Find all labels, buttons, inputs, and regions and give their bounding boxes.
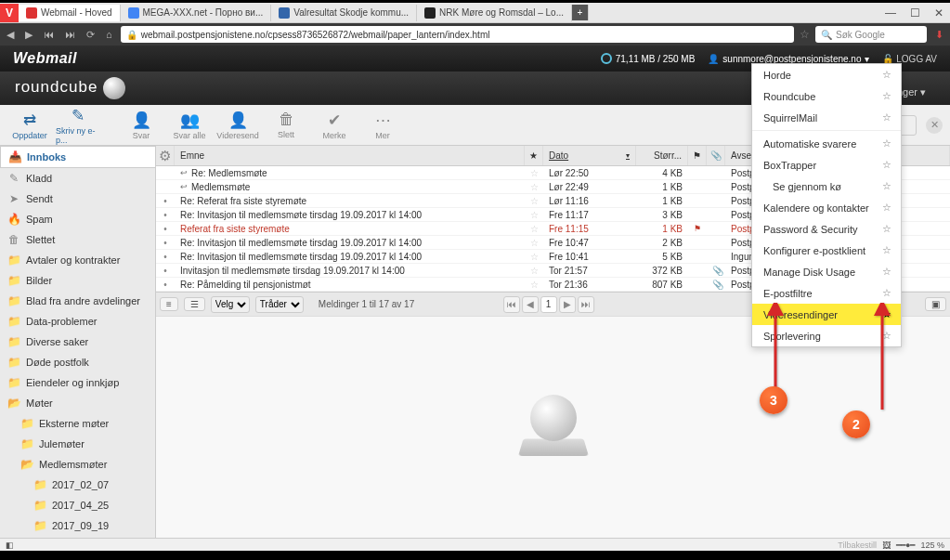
- logout-button[interactable]: 🔓 LOGG AV: [882, 54, 937, 64]
- expand-preview-button[interactable]: ▣: [925, 297, 946, 311]
- dropdown-item[interactable]: Password & Security☆: [752, 218, 901, 240]
- download-icon[interactable]: ⬇: [932, 29, 946, 41]
- forward-button[interactable]: ▶: [22, 29, 35, 41]
- reset-link[interactable]: Tilbakestill: [838, 540, 877, 550]
- column-settings-icon[interactable]: ⚙: [156, 146, 175, 165]
- column-size[interactable]: Størr...: [636, 146, 688, 165]
- column-attachment[interactable]: 📎: [707, 146, 725, 165]
- next-page-button[interactable]: ▶: [559, 296, 576, 313]
- dropdown-item[interactable]: SquirrelMail☆: [752, 107, 901, 128]
- dropdown-item[interactable]: Roundcube☆: [752, 85, 901, 107]
- dropdown-item[interactable]: Konfigurer e-postklient☆: [752, 240, 901, 261]
- star-icon[interactable]: ☆: [525, 280, 543, 290]
- threads-menu[interactable]: Tråder: [255, 296, 304, 313]
- reload-button[interactable]: ⟳: [84, 29, 98, 41]
- search-input[interactable]: 🔍Søk Google: [815, 26, 927, 43]
- thread-mode-icon[interactable]: ☰: [184, 297, 205, 311]
- maximize-button[interactable]: ☐: [904, 7, 926, 20]
- replyall-button[interactable]: 👥Svar alle: [167, 111, 212, 140]
- url-input[interactable]: 🔒webmail.postpensjonistene.no/cpsess8736…: [121, 26, 794, 43]
- minimize-button[interactable]: —: [879, 7, 902, 20]
- first-page-button[interactable]: ⏮: [503, 296, 520, 313]
- folder-item[interactable]: ➤Sendt: [0, 189, 155, 209]
- clear-search-button[interactable]: ✕: [926, 117, 943, 134]
- last-page-button[interactable]: ⏭: [578, 296, 594, 313]
- favorite-star-icon[interactable]: ☆: [882, 287, 891, 299]
- images-toggle-icon[interactable]: 🖼: [882, 540, 891, 550]
- folder-item[interactable]: 📁Blad fra andre avdelinger: [0, 291, 155, 311]
- dropdown-item[interactable]: BoxTrapper☆: [752, 154, 901, 176]
- star-icon[interactable]: ☆: [525, 252, 543, 262]
- folder-item[interactable]: ✎Kladd: [0, 168, 155, 189]
- forward-button[interactable]: 👤Videresend: [215, 111, 260, 140]
- favorite-star-icon[interactable]: ☆: [882, 266, 891, 278]
- column-subject[interactable]: Emne: [175, 146, 525, 165]
- star-icon[interactable]: ☆: [525, 266, 543, 276]
- favorite-star-icon[interactable]: ☆: [882, 111, 891, 124]
- folder-item[interactable]: 📁Diverse saker: [0, 332, 155, 352]
- star-icon[interactable]: ☆: [525, 224, 543, 234]
- folder-item[interactable]: 📁Julemøter: [0, 434, 155, 454]
- star-icon[interactable]: ☆: [525, 182, 543, 192]
- favorite-star-icon[interactable]: ☆: [882, 202, 891, 214]
- favorite-star-icon[interactable]: ☆: [882, 244, 891, 256]
- favorite-star-icon[interactable]: ☆: [882, 90, 891, 102]
- folder-item[interactable]: 🗑Slettet: [0, 229, 155, 250]
- folder-item[interactable]: 📁Eksterne møter: [0, 413, 155, 434]
- star-icon[interactable]: ☆: [525, 196, 543, 206]
- favorite-star-icon[interactable]: ☆: [882, 180, 891, 192]
- dropdown-item[interactable]: Kalendere og kontakter☆: [752, 197, 901, 218]
- star-icon[interactable]: ☆: [525, 238, 543, 248]
- folder-item[interactable]: 📂Møter: [0, 393, 155, 413]
- panel-toggle-icon[interactable]: ◧: [6, 540, 14, 550]
- dropdown-item[interactable]: Horde☆: [752, 64, 901, 85]
- bookmark-icon[interactable]: ☆: [800, 28, 810, 41]
- delete-button[interactable]: 🗑Slett: [264, 111, 308, 139]
- select-menu[interactable]: Velg: [211, 296, 250, 313]
- fastfwd-button[interactable]: ⏭: [62, 29, 78, 40]
- compose-button[interactable]: ✎Skriv ny e-p...: [56, 106, 100, 145]
- prev-page-button[interactable]: ◀: [522, 296, 539, 313]
- favorite-star-icon[interactable]: ☆: [882, 223, 891, 235]
- dropdown-item[interactable]: E-postfiltre☆: [752, 282, 901, 304]
- folder-item[interactable]: 📁2017_04_25: [0, 495, 155, 515]
- tab-mega[interactable]: MEGA-XXX.net - Порно ви...: [121, 5, 272, 21]
- mark-button[interactable]: ✔Merke: [312, 111, 357, 140]
- refresh-button[interactable]: ⇄Oppdater: [7, 111, 52, 140]
- dropdown-item[interactable]: Se gjennom kø☆: [752, 176, 901, 197]
- folder-item[interactable]: 📁2017_02_07: [0, 475, 155, 495]
- folder-item[interactable]: 📁Data-problemer: [0, 311, 155, 332]
- folder-item[interactable]: 📁Døde postfolk: [0, 352, 155, 372]
- folder-item[interactable]: 📁Bilder: [0, 270, 155, 291]
- star-icon[interactable]: ☆: [525, 168, 543, 178]
- folder-item[interactable]: 📁2017_09_19: [0, 515, 155, 536]
- close-button[interactable]: ✕: [928, 7, 950, 20]
- back-button[interactable]: ◀: [4, 29, 17, 41]
- favorite-star-icon[interactable]: ☆: [882, 137, 891, 150]
- column-star[interactable]: ★: [525, 146, 543, 165]
- favorite-star-icon[interactable]: ☆: [882, 69, 891, 81]
- favorite-star-icon[interactable]: ☆: [882, 159, 891, 171]
- folder-item[interactable]: 📥Innboks: [0, 146, 155, 168]
- new-tab-button[interactable]: +: [572, 5, 589, 20]
- column-flag[interactable]: ⚑: [688, 146, 707, 165]
- tab-valresultat[interactable]: Valresultat Skodje kommu...: [271, 5, 417, 21]
- reply-button[interactable]: 👤Svar: [119, 111, 163, 140]
- flag-icon[interactable]: ⚑: [688, 224, 707, 233]
- folder-item[interactable]: 🔥Spam: [0, 209, 155, 229]
- column-date[interactable]: Dato ▾: [543, 146, 636, 165]
- rewind-button[interactable]: ⏮: [41, 29, 57, 40]
- dropdown-item[interactable]: Manage Disk Usage☆: [752, 261, 901, 282]
- folder-item[interactable]: 📁Eiendeler og innkjøp: [0, 372, 155, 393]
- page-number[interactable]: 1: [540, 296, 557, 313]
- folder-item[interactable]: 📂Medlemsmøter: [0, 454, 155, 475]
- tab-nrk[interactable]: NRK Møre og Romsdal – Lo...: [417, 5, 572, 21]
- list-mode-icon[interactable]: ≡: [160, 297, 178, 311]
- user-menu[interactable]: 👤 sunnmore@postpensjonistene.no ▾: [708, 54, 869, 64]
- more-button[interactable]: ⋯Mer: [360, 111, 405, 140]
- star-icon[interactable]: ☆: [525, 210, 543, 220]
- dropdown-item[interactable]: Automatiske svarere☆: [752, 133, 901, 154]
- tab-webmail[interactable]: Webmail - Hoved: [19, 5, 121, 21]
- home-button[interactable]: ⌂: [103, 29, 115, 40]
- folder-item[interactable]: 📁Avtaler og kontrakter: [0, 250, 155, 270]
